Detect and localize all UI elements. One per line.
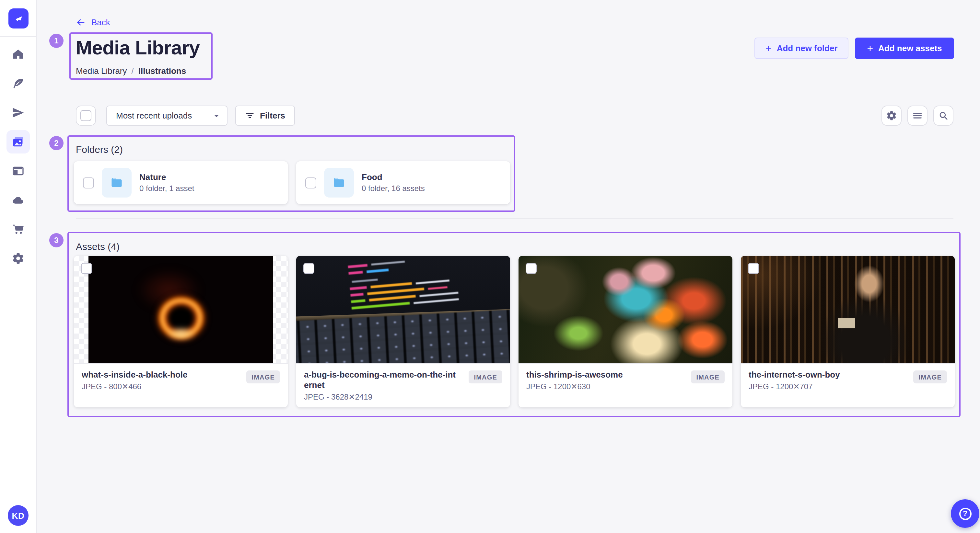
asset-preview [296,256,510,364]
annotation-badge-1: 1 [49,34,64,48]
media-library-icon [12,135,25,148]
asset-footer: what-s-inside-a-black-hole JPEG - 800✕46… [74,364,288,391]
list-view-button[interactable] [907,106,928,125]
list-icon [912,110,923,121]
plus-icon: + [867,43,873,54]
back-label: Back [91,17,110,27]
breadcrumb-separator: / [132,66,134,76]
filter-icon [245,111,255,121]
asset-card-internets-own-boy[interactable]: the-internet-s-own-boy JPEG - 1200✕707 I… [741,256,955,408]
sort-value: Most recent uploads [116,111,192,121]
asset-type-badge: IMAGE [469,370,502,383]
cloud-icon [12,194,25,206]
asset-checkbox[interactable] [526,263,537,274]
breadcrumb-parent[interactable]: Media Library [76,66,127,76]
shrimp-image [519,256,732,363]
asset-card-shrimp[interactable]: this-shrimp-is-awesome JPEG - 1200✕630 I… [519,256,732,408]
asset-type-badge: IMAGE [691,370,725,383]
asset-preview [74,256,288,364]
asset-name: the-internet-s-own-boy [749,370,840,380]
sidebar-item-home[interactable] [6,43,30,66]
select-all-checkbox[interactable] [80,110,91,121]
sidebar-nav [0,43,36,270]
sidebar-divider [0,36,36,37]
avatar[interactable]: KD [8,505,29,526]
asset-checkbox[interactable] [303,263,314,274]
breadcrumb-current: Illustrations [138,66,186,76]
filters-button[interactable]: Filters [235,106,295,125]
folder-card-food[interactable]: Food 0 folder, 16 assets [296,161,510,204]
laptop-code-image [296,256,510,363]
sort-dropdown[interactable]: Most recent uploads [106,106,228,125]
sidebar-item-content[interactable] [6,72,30,95]
folder-checkbox[interactable] [83,177,94,188]
plus-icon: + [765,43,772,54]
folder-name: Nature [139,172,194,182]
section-divider [76,218,953,219]
asset-footer: a-bug-is-becoming-a-meme-on-the-internet… [296,364,510,401]
select-all-container [76,106,96,125]
folder-icon [110,176,124,190]
back-link[interactable]: Back [75,17,110,28]
asset-name: this-shrimp-is-awesome [526,370,623,380]
asset-checkbox[interactable] [748,263,759,274]
search-icon [938,110,949,121]
folder-tile [102,168,132,198]
strapi-logo[interactable] [8,8,29,29]
sidebar-item-send[interactable] [6,101,30,124]
layout-icon [12,165,25,178]
folder-checkbox[interactable] [305,177,316,188]
sidebar-item-media-library[interactable] [6,130,30,154]
add-new-assets-label: Add new assets [878,43,942,53]
view-settings-button[interactable] [881,106,902,125]
asset-meta: JPEG - 1200✕630 [526,382,623,391]
page-title: Media Library [76,37,200,59]
asset-meta: JPEG - 800✕466 [82,382,188,391]
folder-name: Food [362,172,425,182]
search-button[interactable] [933,106,953,125]
folder-card-nature[interactable]: Nature 0 folder, 1 asset [74,161,288,204]
asset-footer: this-shrimp-is-awesome JPEG - 1200✕630 I… [519,364,732,391]
asset-meta: JPEG - 1200✕707 [749,382,840,391]
sidebar-item-settings[interactable] [6,247,30,270]
asset-type-badge: IMAGE [913,370,947,383]
asset-checkbox[interactable] [81,263,92,274]
black-hole-image [89,256,273,363]
asset-preview [741,256,955,364]
asset-name: a-bug-is-becoming-a-meme-on-the-internet [304,370,457,390]
paper-plane-icon [12,106,25,119]
gear-icon [12,252,25,265]
breadcrumb: Media Library / Illustrations [76,66,186,76]
cart-icon [12,223,25,236]
gear-icon [886,110,897,121]
add-new-folder-button[interactable]: + Add new folder [754,38,848,59]
sidebar-item-marketplace[interactable] [6,217,30,241]
question-mark-icon: ? [959,508,971,520]
asset-name: what-s-inside-a-black-hole [82,370,188,380]
folder-meta: 0 folder, 16 assets [362,184,425,193]
help-button[interactable]: ? [951,499,979,528]
add-new-folder-label: Add new folder [777,43,838,53]
asset-footer: the-internet-s-own-boy JPEG - 1200✕707 I… [741,364,955,391]
annotation-badge-2: 2 [49,136,64,150]
filters-label: Filters [260,111,285,121]
annotation-badge-3: 3 [49,233,64,247]
sidebar: KD [0,0,37,533]
chevron-down-icon [211,110,222,121]
folder-meta: 0 folder, 1 asset [139,184,194,193]
asset-card-black-hole[interactable]: what-s-inside-a-black-hole JPEG - 800✕46… [74,256,288,408]
asset-type-badge: IMAGE [246,370,280,383]
folders-heading: Folders (2) [76,144,123,155]
feather-icon [12,77,25,90]
asset-card-bug-meme[interactable]: a-bug-is-becoming-a-meme-on-the-internet… [296,256,510,408]
library-image [741,256,955,363]
sidebar-item-content-type-builder[interactable] [6,159,30,182]
home-icon [12,48,25,61]
add-new-assets-button[interactable]: + Add new assets [855,38,954,59]
media-library-page: KD Back Media Library Media Library / Il… [0,0,980,533]
folder-icon [332,176,346,190]
assets-heading: Assets (4) [76,241,119,252]
asset-meta: JPEG - 3628✕2419 [304,392,457,401]
sidebar-item-cloud[interactable] [6,189,30,212]
folder-tile [324,168,354,198]
